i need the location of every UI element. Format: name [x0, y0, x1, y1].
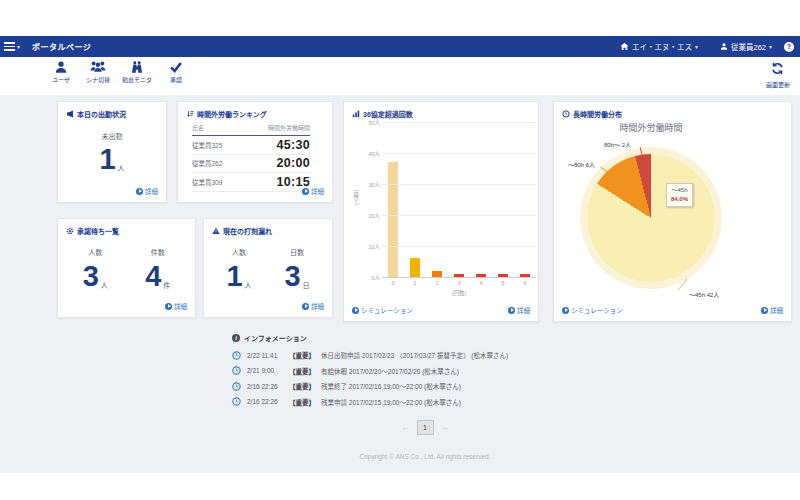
card-title: 長時間労働分布: [573, 109, 622, 119]
info-list-item[interactable]: 2/21 9:00【重要】有給休暇 2017/02/20〜2017/02/20 …: [232, 366, 508, 376]
overtime-value: 20:00: [277, 156, 310, 170]
dashboard: 本日の出勤状況 未出勤 1人 詳細 時間外労働ランキング 氏名 時間外労働時間 …: [0, 95, 800, 473]
x-axis-tick: 3: [448, 280, 470, 286]
x-axis-tick: 4: [470, 280, 492, 286]
circle-arrow-icon: [165, 303, 172, 310]
employee-name: 従業員309: [192, 177, 222, 187]
bar-chart: [382, 122, 536, 277]
x-axis-label: (回数): [382, 289, 536, 297]
table-row: 従業員26220:00: [192, 155, 310, 174]
refresh-button[interactable]: 画面更新: [766, 61, 790, 89]
detail-label: 詳細: [311, 186, 324, 196]
refresh-icon: [771, 61, 784, 79]
info-list-item[interactable]: 2/16 22:26【重要】残業申請 2017/02/15 19:00〜22:0…: [232, 397, 508, 407]
hamburger-icon: [4, 42, 15, 51]
card-overtime-ranking: 時間外労働ランキング 氏名 時間外労働時間 従業員32545:30従業員2622…: [177, 101, 333, 203]
clock-icon: [232, 351, 241, 360]
detail-link[interactable]: 詳細: [508, 305, 530, 315]
employee-name: 従業員262: [192, 158, 222, 168]
toolbar-label: 勤怠モニタ: [122, 75, 152, 84]
tooltip-value: 84.0%: [671, 195, 688, 204]
info-list-item[interactable]: 2/22 11:41【重要】休日出勤申請 2017/02/23 （2017/03…: [232, 350, 508, 360]
information-title: インフォメーション: [244, 333, 307, 343]
circle-arrow-icon: [302, 303, 309, 310]
detail-link[interactable]: 詳細: [165, 301, 187, 311]
binoculars-icon: [130, 60, 144, 74]
simulation-label: シミュレーション: [361, 305, 413, 315]
clock-icon: [232, 366, 241, 375]
bar: [410, 258, 420, 277]
card-title: 現在の打刻漏れ: [223, 226, 272, 236]
card-title: 時間外労働ランキング: [197, 109, 267, 119]
x-axis-tick: 1: [404, 280, 426, 286]
toolbar-button-scenario-switch[interactable]: シナ切替: [85, 60, 111, 84]
help-button[interactable]: ?: [784, 42, 794, 52]
pie-label-to45h: 〜45h 42人: [689, 290, 719, 299]
information-section: i インフォメーション 2/22 11:41【重要】休日出勤申請 2017/02…: [232, 333, 508, 407]
pagination: ← 1 →: [0, 420, 800, 435]
clock-icon: [562, 110, 570, 118]
x-axis-tick: 2: [426, 280, 448, 286]
detail-label: 詳細: [174, 301, 187, 311]
simulation-label: シミュレーション: [571, 305, 623, 315]
chevron-down-icon: ▾: [695, 44, 698, 50]
table-row: 従業員30910:15: [192, 173, 310, 192]
user-menu[interactable]: 従業員262 ▾: [720, 41, 772, 52]
gridline: [382, 153, 536, 154]
detail-link[interactable]: 詳細: [761, 305, 783, 315]
card-missing-timestamps: 現在の打刻漏れ 人数 1人 日数 3日 詳細: [203, 218, 333, 318]
gridline: [382, 184, 536, 185]
gridline: [382, 277, 536, 278]
info-date: 2/22 11:41: [247, 352, 283, 359]
pie-label-over80h: 80h〜 2人: [604, 140, 631, 149]
y-axis-tick: 0人: [371, 274, 380, 282]
y-axis-tick: 10人: [368, 243, 380, 251]
toolbar-button-user[interactable]: ユーザ: [48, 60, 74, 84]
toolbar: ユーザ シナ切替 勤怠モニタ 承認 画面更新: [0, 57, 800, 96]
company-menu[interactable]: エイ・エヌ・エス ▾: [620, 41, 698, 52]
simulation-link[interactable]: シミュレーション: [352, 305, 413, 315]
card-pending-approvals: 承認待ち一覧 人数 3人 件数 4件 詳細: [57, 218, 196, 318]
check-icon: [169, 60, 183, 74]
prev-page-button[interactable]: ←: [402, 423, 410, 432]
circle-arrow-icon: [761, 307, 768, 314]
page-number[interactable]: 1: [417, 420, 434, 435]
info-date: 2/16 22:26: [247, 398, 283, 405]
card-agreement-excess: 36協定超過回数 (人数) 0人10人20人30人40人50人 0123456 …: [343, 101, 539, 322]
column-header-name: 氏名: [192, 123, 204, 132]
menu-button[interactable]: ▾: [0, 36, 24, 57]
detail-link[interactable]: 詳細: [302, 186, 324, 196]
x-axis-tick: 5: [492, 280, 514, 286]
metric-label: 人数: [88, 247, 102, 257]
circle-arrow-icon: [508, 307, 515, 314]
detail-label: 詳細: [770, 305, 783, 315]
simulation-link[interactable]: シミュレーション: [562, 305, 623, 315]
clock-icon: [232, 397, 241, 406]
copyright-footer: Copyright © ANS Co., Ltd. All rights res…: [0, 453, 800, 460]
gear-icon: [66, 227, 74, 235]
chevron-down-icon: ▾: [769, 44, 772, 50]
toolbar-button-attendance-monitor[interactable]: 勤怠モニタ: [122, 60, 152, 84]
toolbar-label: 承認: [170, 75, 182, 84]
warning-icon: [212, 227, 220, 235]
gridline: [382, 215, 536, 216]
toolbar-button-approve[interactable]: 承認: [163, 60, 189, 84]
detail-link[interactable]: 詳細: [136, 186, 158, 196]
info-text: 休日出勤申請 2017/02/23 （2017/03/27 振替予定） (松木翠…: [321, 350, 508, 360]
metric-value: 4: [145, 262, 161, 291]
sort-ranking-icon: [186, 110, 194, 118]
toolbar-label: シナ切替: [86, 75, 110, 84]
clock-icon: [232, 382, 241, 391]
info-list-item[interactable]: 2/16 22:26【重要】残業終了 2017/02/16 19:00〜22:0…: [232, 381, 508, 391]
y-axis-tick: 50人: [368, 119, 380, 127]
metric-value: 1: [99, 145, 115, 174]
circle-arrow-icon: [302, 188, 309, 195]
info-text: 残業終了 2017/02/16 19:00〜22:00 (松木翠さん): [321, 381, 461, 391]
next-page-button[interactable]: →: [441, 423, 449, 432]
bar-group: [382, 162, 404, 277]
info-date: 2/21 9:00: [247, 367, 283, 374]
detail-link[interactable]: 詳細: [302, 301, 324, 311]
circle-arrow-icon: [352, 307, 359, 314]
user-name: 従業員262: [731, 41, 766, 52]
column-header-overtime: 時間外労働時間: [268, 123, 310, 132]
